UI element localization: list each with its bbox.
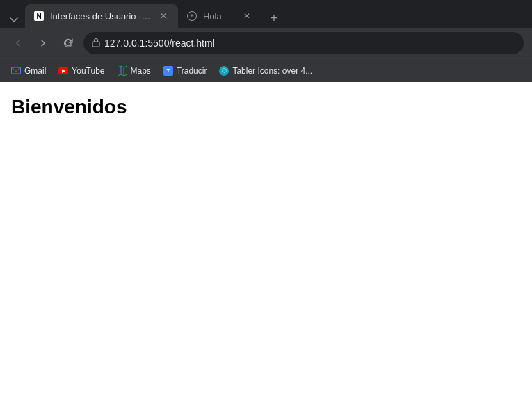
new-tab-button[interactable]: + [264,8,284,28]
tabler-icon: ⬡ [219,66,229,76]
tab-bar: N Interfaces de Usuario - UI/UX ✕ ⊕ Hola… [0,0,532,28]
translate-icon: T [163,66,173,76]
bookmark-tabler[interactable]: ⬡ Tabler Icons: over 4... [213,62,318,80]
bookmark-tabler-label: Tabler Icons: over 4... [232,66,312,76]
url-text: 127.0.0.1:5500/react.html [104,38,215,49]
back-button[interactable] [8,33,28,53]
tab-favicon-notion: N [33,10,45,22]
bookmark-maps[interactable]: Maps [112,62,156,80]
browser-chrome: N Interfaces de Usuario - UI/UX ✕ ⊕ Hola… [0,0,532,82]
tab-close-hola[interactable]: ✕ [241,10,253,22]
tab-title-interfaces: Interfaces de Usuario - UI/UX [50,11,153,22]
bookmark-gmail[interactable]: Gmail [6,62,51,80]
bookmark-maps-label: Maps [131,66,151,76]
forward-button[interactable] [33,33,53,53]
tab-dropdown-button[interactable] [6,11,22,28]
svg-marker-2 [118,66,127,76]
tab-close-interfaces[interactable]: ✕ [157,10,170,22]
tab-favicon-globe: ⊕ [186,10,198,22]
bookmark-youtube[interactable]: ▶ YouTube [53,62,110,80]
tab-hola[interactable]: ⊕ Hola ✕ [178,4,261,28]
bookmark-gmail-label: Gmail [24,66,46,76]
url-lock-icon [92,38,100,49]
svg-rect-0 [92,42,99,47]
address-bar: 127.0.0.1:5500/react.html [0,28,532,58]
bookmarks-bar: Gmail ▶ YouTube Maps T Tr [0,58,532,82]
youtube-icon: ▶ [58,66,68,76]
tab-interfaces[interactable]: N Interfaces de Usuario - UI/UX ✕ [25,4,178,28]
refresh-button[interactable] [58,33,78,53]
maps-icon [118,66,127,76]
bookmark-translate-label: Traducir [177,66,207,76]
bookmark-translate[interactable]: T Traducir [158,62,213,80]
bookmark-youtube-label: YouTube [72,66,104,76]
url-bar[interactable]: 127.0.0.1:5500/react.html [83,32,524,54]
gmail-icon [11,66,21,76]
tab-title-hola: Hola [203,11,236,22]
page-title: Bienvenidos [11,96,521,118]
page-content: Bienvenidos [0,82,532,414]
